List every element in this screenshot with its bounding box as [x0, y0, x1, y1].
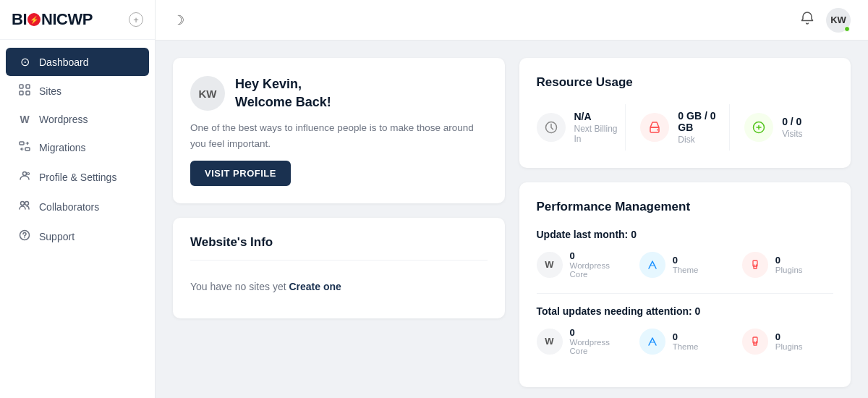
content-area: KW Hey Kevin, Welcome Back! One of the b…: [156, 41, 868, 398]
perf-divider: [537, 293, 834, 294]
main-content: ☽ KW KW: [156, 0, 868, 398]
resource-item-billing: N/A Next Billing In: [537, 104, 626, 151]
sidebar-logo: BI ⚡ NICWP +: [0, 0, 155, 40]
svg-rect-1: [26, 85, 30, 88]
dashboard-icon: ⊙: [17, 55, 32, 69]
topbar: ☽ KW: [156, 0, 868, 41]
sidebar-item-label: Support: [39, 231, 75, 242]
perf-item-wp-core: W 0 Wordpress Core: [537, 250, 628, 279]
theme-icon: [639, 252, 665, 278]
left-column: KW Hey Kevin, Welcome Back! One of the b…: [173, 58, 505, 387]
perf-item-plugins: 0 Plugins: [731, 250, 833, 279]
profile-settings-icon: [17, 170, 32, 185]
performance-title: Performance Management: [537, 200, 834, 214]
svg-point-6: [23, 172, 27, 176]
sidebar-item-label: Sites: [39, 85, 61, 97]
sidebar-item-collaborators[interactable]: Collaborators: [6, 192, 149, 221]
sidebar-nav: ⊙ Dashboard Sites W Wordpress: [0, 40, 155, 398]
svg-point-8: [21, 202, 25, 206]
welcome-message: One of the best ways to influence people…: [190, 120, 488, 151]
sidebar-item-sites[interactable]: Sites: [6, 77, 149, 106]
sidebar-item-wordpress[interactable]: W Wordpress: [6, 106, 149, 132]
total-updates-items: W 0 Wordpress Core: [537, 327, 834, 355]
welcome-card: KW Hey Kevin, Welcome Back! One of the b…: [173, 58, 505, 203]
svg-rect-3: [26, 91, 30, 95]
resource-info-billing: N/A Next Billing In: [574, 111, 626, 144]
theme-icon-2: [639, 329, 665, 355]
sidebar-item-label: Migrations: [39, 142, 86, 153]
avatar[interactable]: KW: [826, 8, 851, 33]
welcome-header: KW Hey Kevin, Welcome Back!: [190, 75, 488, 111]
resource-usage-title: Resource Usage: [537, 75, 834, 90]
add-site-icon[interactable]: +: [129, 12, 143, 27]
wp-core-icon-2: W: [537, 329, 563, 355]
welcome-avatar: KW: [190, 76, 225, 111]
online-status-dot: [844, 26, 850, 32]
logo-text: BI ⚡ NICWP: [12, 10, 93, 29]
plugin-icon-2: [742, 329, 768, 355]
svg-point-7: [27, 173, 30, 175]
total-updates-label: Total updates needing attention: 0: [537, 305, 834, 317]
sidebar: BI ⚡ NICWP + ⊙ Dashboard Sites W Wordpre: [0, 0, 156, 398]
collaborators-icon: [17, 200, 32, 214]
sidebar-item-label: Wordpress: [39, 114, 88, 125]
resource-items: N/A Next Billing In: [537, 104, 834, 151]
svg-rect-0: [20, 85, 23, 88]
right-column: Resource Usage N/A Next Billing In: [519, 58, 851, 387]
wp-core-icon: W: [537, 252, 563, 278]
svg-point-9: [25, 202, 29, 206]
topbar-right: KW: [800, 8, 851, 33]
svg-rect-4: [20, 142, 24, 145]
sidebar-item-profile-settings[interactable]: Profile & Settings: [6, 163, 149, 192]
svg-rect-2: [20, 91, 23, 95]
billing-icon: [537, 113, 566, 142]
plugin-icon: [742, 252, 768, 278]
svg-point-11: [24, 237, 25, 239]
visits-icon: [744, 113, 773, 142]
wordpress-icon: W: [17, 114, 32, 125]
migrations-icon: [17, 140, 32, 155]
update-last-month-label: Update last month: 0: [537, 229, 834, 240]
welcome-title: Hey Kevin, Welcome Back!: [235, 75, 331, 111]
svg-rect-5: [25, 148, 30, 151]
performance-card: Performance Management Update last month…: [519, 182, 851, 387]
resource-info-visits: 0 / 0 Visits: [782, 116, 802, 139]
perf-item-theme-2: 0 Theme: [628, 327, 731, 355]
sites-icon: [17, 84, 32, 98]
svg-point-14: [657, 130, 658, 131]
sidebar-item-label: Collaborators: [39, 201, 99, 213]
support-icon: [17, 229, 32, 244]
resource-item-visits: 0 / 0 Visits: [729, 104, 833, 151]
create-site-link[interactable]: Create one: [289, 281, 341, 292]
notification-bell-icon[interactable]: [800, 11, 814, 29]
visit-profile-button[interactable]: VISIT PROFILE: [190, 161, 291, 186]
website-info-title: Website's Info: [190, 235, 488, 261]
resource-usage-card: Resource Usage N/A Next Billing In: [519, 58, 851, 168]
sidebar-item-label: Dashboard: [39, 56, 89, 68]
update-last-month-items: W 0 Wordpress Core: [537, 250, 834, 279]
perf-item-wp-core-2: W 0 Wordpress Core: [537, 327, 628, 355]
total-updates-section: Total updates needing attention: 0 W 0 W…: [537, 305, 834, 355]
sidebar-item-label: Profile & Settings: [39, 172, 116, 183]
perf-item-plugins-2: 0 Plugins: [731, 327, 833, 355]
sidebar-item-support[interactable]: Support: [6, 222, 149, 251]
topbar-left: ☽: [173, 12, 184, 28]
website-info-card: Website's Info You have no sites yet Cre…: [173, 218, 505, 318]
dark-mode-icon[interactable]: ☽: [173, 12, 184, 28]
resource-info-disk: 0 GB / 0 GB Disk: [678, 110, 729, 145]
sidebar-item-dashboard[interactable]: ⊙ Dashboard: [6, 48, 149, 76]
resource-item-disk: 0 GB / 0 GB Disk: [625, 104, 729, 151]
disk-icon: [640, 113, 669, 142]
update-last-month-section: Update last month: 0 W 0 Wordpress Core: [537, 229, 834, 279]
perf-item-theme: 0 Theme: [628, 250, 731, 279]
sidebar-item-migrations[interactable]: Migrations: [6, 133, 149, 162]
no-sites-text: You have no sites yet Create one: [190, 272, 488, 301]
